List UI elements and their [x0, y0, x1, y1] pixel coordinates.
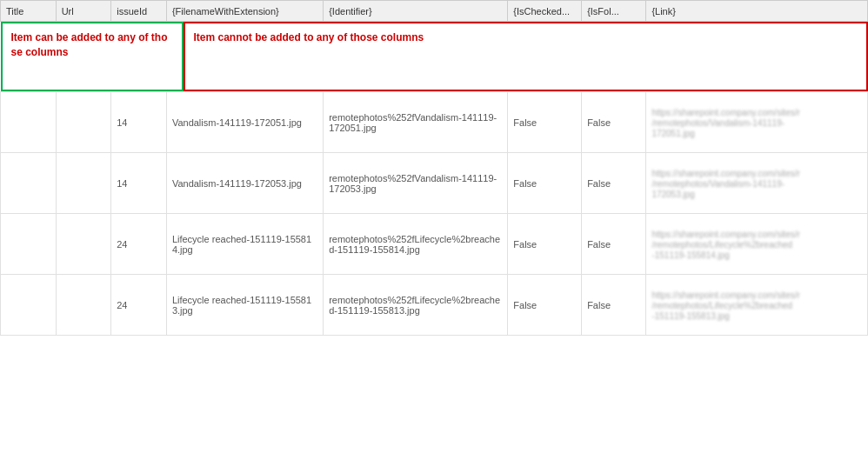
cell-identifier-1: remotephotos%252fVandalism-141119-172051… [324, 92, 508, 153]
cell-filename-2: Vandalism-141119-172053.jpg [166, 153, 323, 214]
can-add-text: Item can be added to any of those column… [11, 31, 168, 58]
table-row: 14 Vandalism-141119-172051.jpg remotepho… [1, 92, 868, 153]
col-header-link: {Link} [646, 1, 868, 22]
col-header-ischecked: {IsChecked... [508, 1, 582, 22]
col-header-isfol: {IsFol... [582, 1, 646, 22]
cell-title-4 [1, 275, 57, 336]
cell-issueid-1: 14 [111, 92, 167, 153]
cannot-add-banner: Item cannot be added to any of those col… [184, 22, 868, 91]
cell-link-1: https://sharepoint.company.com/sites/r/r… [646, 92, 868, 153]
cell-isfol-1: False [582, 92, 646, 153]
cell-ischecked-3: False [508, 214, 582, 275]
cell-title-2 [1, 153, 57, 214]
link-blurred-2: https://sharepoint.company.com/sites/r/r… [651, 169, 799, 199]
link-blurred-4: https://sharepoint.company.com/sites/r/r… [651, 290, 799, 321]
cell-link-3: https://sharepoint.company.com/sites/r/r… [646, 214, 868, 275]
cell-ischecked-1: False [508, 92, 582, 153]
cell-issueid-4: 24 [111, 275, 167, 336]
cell-isfol-4: False [582, 275, 646, 336]
cell-url-4 [56, 275, 111, 336]
cell-url-3 [56, 214, 111, 275]
link-blurred-1: https://sharepoint.company.com/sites/r/r… [651, 108, 799, 138]
table-row: 24 Lifecycle reached-151119-155813.jpg r… [1, 275, 868, 336]
cell-identifier-4: remotephotos%252fLifecycle%2breached-151… [324, 275, 508, 336]
cell-url-1 [56, 92, 111, 153]
col-header-filename: {FilenameWithExtension} [166, 1, 323, 22]
cell-title-3 [1, 214, 57, 275]
col-header-identifier: {Identifier} [324, 1, 508, 22]
cell-filename-4: Lifecycle reached-151119-155813.jpg [166, 275, 323, 336]
cell-link-4: https://sharepoint.company.com/sites/r/r… [646, 275, 868, 336]
cell-identifier-3: remotephotos%252fLifecycle%2breached-151… [324, 214, 508, 275]
table-row: 14 Vandalism-141119-172053.jpg remotepho… [1, 153, 868, 214]
col-header-url: Url [56, 1, 111, 22]
cell-link-2: https://sharepoint.company.com/sites/r/r… [646, 153, 868, 214]
cell-identifier-2: remotephotos%252fVandalism-141119-172053… [324, 153, 508, 214]
main-table-container: Title Url issueId {FilenameWithExtension… [0, 0, 868, 336]
table-header-row: Title Url issueId {FilenameWithExtension… [1, 1, 868, 22]
cannot-add-text: Item cannot be added to any of those col… [194, 31, 424, 43]
cell-title-1 [1, 92, 57, 153]
col-header-issueid: issueId [111, 1, 167, 22]
cell-isfol-2: False [582, 153, 646, 214]
cell-issueid-2: 14 [111, 153, 167, 214]
validation-banner: Item can be added to any of those column… [1, 22, 868, 91]
cell-issueid-3: 24 [111, 214, 167, 275]
link-blurred-3: https://sharepoint.company.com/sites/r/r… [651, 230, 799, 260]
col-header-title: Title [1, 1, 57, 22]
data-table: Title Url issueId {FilenameWithExtension… [0, 0, 868, 336]
cell-isfol-3: False [582, 214, 646, 275]
cell-filename-3: Lifecycle reached-151119-155814.jpg [166, 214, 323, 275]
cell-filename-1: Vandalism-141119-172051.jpg [166, 92, 323, 153]
validation-banner-row: Item can be added to any of those column… [1, 22, 868, 92]
can-add-banner: Item can be added to any of those column… [1, 22, 184, 91]
cell-ischecked-2: False [508, 153, 582, 214]
cell-url-2 [56, 153, 111, 214]
cell-ischecked-4: False [508, 275, 582, 336]
table-row: 24 Lifecycle reached-151119-155814.jpg r… [1, 214, 868, 275]
